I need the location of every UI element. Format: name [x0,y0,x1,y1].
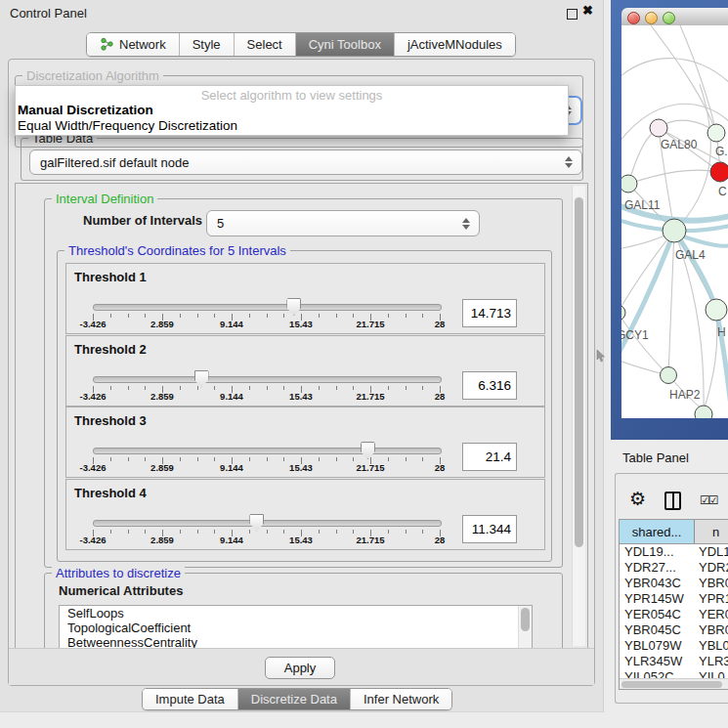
checkboxes-icon[interactable]: ☑☑ [700,493,717,507]
table-row[interactable]: YPR145WYPR1 [620,591,728,607]
table-cell-shared-name[interactable]: YDL19... [620,544,695,560]
table-cell-shared-name[interactable]: YBR043C [620,576,695,591]
table-cell-shared-name[interactable]: YPR145W [620,591,695,607]
table-cell-name[interactable]: YDL1 [695,544,728,560]
scrollbar-thumb[interactable] [621,681,722,688]
slider-thumb[interactable] [361,442,375,459]
minor-tick [422,457,423,461]
tab-jactivemnodules[interactable]: jActiveMNodules [394,33,515,56]
table-cell-name[interactable]: YLR3 [695,654,728,669]
slider-thumb[interactable] [249,514,264,532]
threshold-value-field[interactable]: 6.316 [462,371,517,400]
table-row[interactable]: YER054CYER0 [620,607,728,622]
network-node[interactable] [706,299,727,321]
minor-tick [283,530,284,534]
float-window-icon[interactable] [567,9,578,20]
slider-track[interactable] [93,304,442,311]
table-cell-name[interactable]: YBR0 [695,622,728,638]
table-row[interactable]: YLR345WYLR3 [620,654,728,669]
apply-button[interactable]: Apply [265,657,335,679]
network-edge[interactable] [651,25,716,133]
number-of-intervals-combo[interactable]: 5 [206,210,480,236]
close-icon[interactable]: ✖ [582,3,593,18]
attribute-item[interactable]: BetweennessCentrality [60,635,532,649]
scrollbar-thumb[interactable] [521,608,530,631]
tab-discretize-data[interactable]: Discretize Data [237,689,350,709]
threshold-value-field[interactable]: 14.713 [462,299,517,327]
network-canvas[interactable]: GAL80G...CGAL11GAL4HGCY1HAP2 [621,25,728,418]
network-node[interactable] [695,406,712,418]
network-node[interactable] [650,119,667,137]
tab-select[interactable]: Select [234,33,295,56]
slider-track[interactable] [93,376,442,383]
network-edge-thick[interactable] [621,231,674,363]
network-edge[interactable] [704,310,717,410]
network-edge[interactable] [628,128,659,184]
minor-tick [180,530,181,534]
network-node[interactable] [710,162,728,182]
table-cell-name[interactable]: YBR0 [695,576,728,591]
columns-icon[interactable] [664,492,681,510]
algorithm-option-equal-width[interactable]: Equal Width/Frequency Discretization [16,118,568,134]
table-row[interactable]: YBR045CYBR0 [620,622,728,638]
column-header-shared-name[interactable]: shared... [620,520,695,543]
table-row[interactable]: YDR27...YDR2 [620,560,728,576]
slider-track[interactable] [93,448,442,454]
mac-close-icon[interactable] [627,12,640,24]
mac-zoom-icon[interactable] [663,12,675,24]
bottom-tab-bar: Impute Data Discretize Data Infer Networ… [142,688,452,710]
network-node[interactable] [707,124,725,142]
network-node[interactable] [621,305,625,321]
slider-thumb[interactable] [286,298,301,316]
tab-impute-data[interactable]: Impute Data [143,689,237,709]
attribute-item[interactable]: SelfLoops [60,606,532,621]
network-edge[interactable] [680,25,716,133]
table-cell-shared-name[interactable]: YBR045C [620,622,695,638]
numerical-attributes-list[interactable]: SelfLoopsTopologicalCoefficientBetweenne… [59,605,533,649]
minor-tick [388,457,389,461]
table-horizontal-scrollbar[interactable] [620,678,728,689]
threshold-value-field[interactable]: 11.344 [462,515,517,543]
network-edge[interactable] [674,84,710,231]
network-edge[interactable] [621,313,668,375]
network-edge[interactable] [621,231,674,313]
network-node[interactable] [663,219,686,242]
table-cell-name[interactable]: YDR2 [695,560,728,576]
settings-vertical-scrollbar[interactable] [572,186,585,646]
scrollbar-thumb[interactable] [575,197,583,547]
table-row[interactable]: YBR043CYBR0 [620,576,728,591]
algorithm-option-manual[interactable]: Manual Discretization [16,103,568,118]
table-row[interactable]: YBL079WYBL0 [620,638,728,654]
table-cell-shared-name[interactable]: YBL079W [620,638,695,654]
network-edge[interactable] [621,59,728,84]
table-cell-name[interactable]: YER0 [695,607,728,622]
tab-cyni-toolbox[interactable]: Cyni Toolbox [295,33,394,56]
slider-track[interactable] [93,520,442,527]
network-node[interactable] [661,367,677,384]
table-cell-name[interactable]: YPR1 [695,591,728,607]
attribute-item[interactable]: TopologicalCoefficient [60,621,532,635]
tab-style[interactable]: Style [179,33,234,56]
network-node[interactable] [621,175,637,193]
tick-label: 21.715 [356,462,384,473]
mac-minimize-icon[interactable] [645,12,658,24]
gear-icon[interactable]: ⚙ [629,490,646,508]
table-cell-shared-name[interactable]: YLR345W [620,654,695,669]
network-edge-thick[interactable] [716,310,728,407]
network-edge-thick[interactable] [680,236,728,246]
threshold-value-field[interactable]: 21.4 [462,443,517,471]
table-cell-shared-name[interactable]: YDR27... [620,560,695,576]
table-row[interactable]: YDL19...YDL1 [620,544,728,560]
node-table[interactable]: shared... n YDL19...YDL1YDR27...YDR2YBR0… [619,519,728,690]
minor-tick [110,530,111,534]
attributes-scrollbar[interactable] [518,606,532,649]
network-window-titlebar[interactable] [621,8,728,26]
table-cell-name[interactable]: YBL0 [695,638,728,654]
table-cell-shared-name[interactable]: YER054C [620,607,695,622]
network-edge[interactable] [668,231,674,375]
column-header-name[interactable]: n [695,520,728,543]
tab-network[interactable]: Network [87,33,179,56]
threshold-panel: Threshold 1-3.4262.8599.14415.4321.71528… [65,263,545,334]
tab-infer-network[interactable]: Infer Network [350,689,451,709]
table-data-combo[interactable]: galFiltered.sif default node [29,150,582,175]
